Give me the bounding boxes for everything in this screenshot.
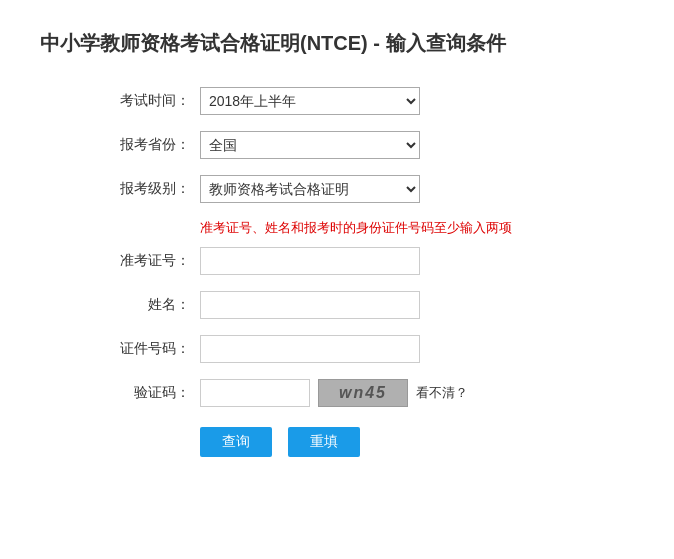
form-section: 考试时间 2018年上半年 报考省份 全国 报考级别 教师资格考试合格证明 准考…: [100, 87, 634, 457]
captcha-row: 验证码 wn45 看不清？: [100, 379, 634, 407]
province-label: 报考省份: [100, 136, 190, 154]
query-button[interactable]: 查询: [200, 427, 272, 457]
captcha-label: 验证码: [100, 384, 190, 402]
button-row: 查询 重填: [200, 427, 634, 457]
admission-input[interactable]: [200, 247, 420, 275]
captcha-text: wn45: [339, 384, 387, 402]
province-row: 报考省份 全国: [100, 131, 634, 159]
id-row: 证件号码: [100, 335, 634, 363]
admission-label: 准考证号: [100, 252, 190, 270]
page-container: 中小学教师资格考试合格证明(NTCE) - 输入查询条件 考试时间 2018年上…: [0, 0, 674, 487]
admission-row: 准考证号: [100, 247, 634, 275]
province-select[interactable]: 全国: [200, 131, 420, 159]
page-title: 中小学教师资格考试合格证明(NTCE) - 输入查询条件: [40, 30, 634, 57]
category-label: 报考级别: [100, 180, 190, 198]
exam-time-select[interactable]: 2018年上半年: [200, 87, 420, 115]
id-label: 证件号码: [100, 340, 190, 358]
captcha-image[interactable]: wn45: [318, 379, 408, 407]
error-message: 准考证号、姓名和报考时的身份证件号码至少输入两项: [200, 219, 634, 237]
reset-button[interactable]: 重填: [288, 427, 360, 457]
category-select[interactable]: 教师资格考试合格证明: [200, 175, 420, 203]
category-row: 报考级别 教师资格考试合格证明: [100, 175, 634, 203]
name-row: 姓名: [100, 291, 634, 319]
exam-time-row: 考试时间 2018年上半年: [100, 87, 634, 115]
captcha-refresh-link[interactable]: 看不清？: [416, 384, 468, 402]
exam-time-label: 考试时间: [100, 92, 190, 110]
captcha-input[interactable]: [200, 379, 310, 407]
id-input[interactable]: [200, 335, 420, 363]
captcha-group: wn45 看不清？: [200, 379, 468, 407]
name-label: 姓名: [100, 296, 190, 314]
name-input[interactable]: [200, 291, 420, 319]
